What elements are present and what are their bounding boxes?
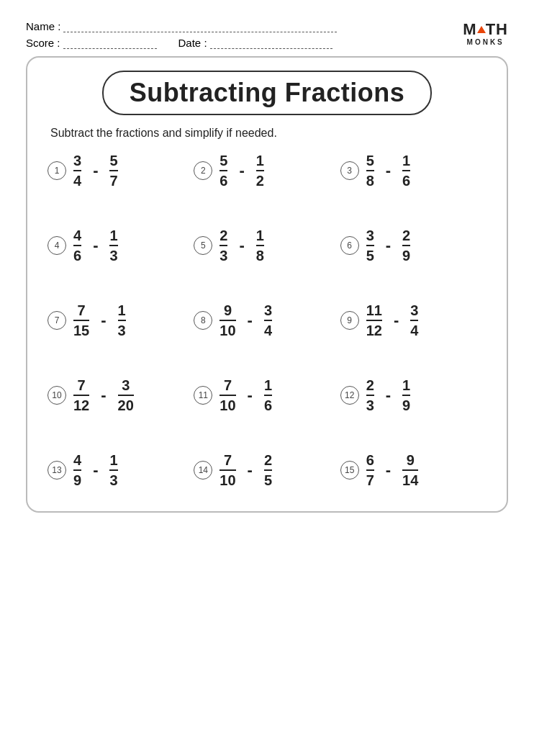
problem-number-9: 9 — [340, 311, 359, 330]
minus-sign-6: - — [386, 236, 391, 255]
denominator: 12 — [73, 397, 89, 413]
problem-6: 63 5-2 9 — [340, 228, 487, 264]
problem-number-1: 1 — [47, 161, 66, 180]
fraction-1-of-4: 4 6 — [73, 228, 81, 264]
fraction-bar — [220, 245, 227, 246]
denominator: 3 — [366, 397, 374, 413]
fraction-2-of-4: 1 3 — [109, 228, 117, 264]
date-row: Date : — [178, 37, 332, 49]
denominator: 2 — [256, 173, 264, 189]
fraction-1-of-1: 3 4 — [73, 153, 81, 189]
fraction-bar — [109, 170, 117, 171]
fraction-bar — [402, 245, 410, 246]
denominator: 5 — [264, 472, 272, 488]
fraction-bar — [73, 469, 81, 471]
denominator: 10 — [220, 472, 235, 488]
fraction-bar — [410, 320, 418, 321]
fraction-bar — [264, 469, 272, 471]
denominator: 3 — [220, 248, 227, 264]
problem-9: 911 12-3 4 — [340, 302, 487, 338]
numerator: 5 — [109, 153, 117, 168]
fraction-bar — [366, 395, 374, 396]
fraction-1-of-14: 7 10 — [220, 452, 235, 488]
problem-1: 13 4-5 7 — [47, 153, 194, 189]
title-wrapper: Subtracting Fractions — [47, 71, 487, 115]
denominator: 20 — [118, 397, 134, 413]
problem-number-3: 3 — [340, 161, 359, 180]
problem-row-2: 44 6-1 352 3-1 — [47, 228, 487, 264]
problem-11: 117 10-1 6 — [194, 377, 340, 413]
fraction-2-of-1: 5 7 — [109, 153, 117, 189]
problem-number-7: 7 — [47, 311, 66, 330]
fraction-2-of-14: 2 5 — [264, 452, 272, 488]
fraction-bar — [220, 320, 235, 321]
date-label: Date : — [178, 37, 207, 49]
fraction-bar — [402, 170, 410, 171]
problem-7: 77 15-1 3 — [47, 302, 194, 338]
minus-sign-7: - — [101, 311, 106, 330]
numerator: 7 — [224, 377, 232, 393]
fraction-bar — [366, 170, 374, 171]
fraction-bar — [220, 395, 235, 396]
numerator: 11 — [366, 302, 382, 318]
problem-number-13: 13 — [47, 461, 66, 480]
numerator: 5 — [220, 153, 227, 168]
logo: MTH MONKS — [463, 22, 508, 46]
page: Name : Score : Date : MTH MONKS — [0, 0, 534, 756]
fraction-bar — [118, 395, 134, 396]
denominator: 6 — [264, 397, 272, 413]
minus-sign-1: - — [93, 161, 98, 180]
fraction-bar — [220, 469, 235, 471]
problem-3: 35 8-1 6 — [340, 153, 487, 189]
name-row: Name : — [26, 20, 337, 32]
fraction-bar — [109, 245, 117, 246]
numerator: 1 — [402, 153, 410, 168]
minus-sign-13: - — [93, 461, 98, 480]
minus-sign-8: - — [248, 311, 253, 330]
minus-sign-11: - — [248, 386, 253, 405]
fraction-bar — [73, 395, 89, 396]
fraction-2-of-5: 1 8 — [256, 228, 264, 264]
denominator: 14 — [402, 472, 418, 488]
denominator: 15 — [73, 323, 89, 338]
header-fields: Name : Score : Date : — [26, 20, 337, 49]
denominator: 4 — [264, 323, 272, 338]
numerator: 5 — [366, 153, 374, 168]
minus-sign-10: - — [101, 386, 106, 405]
fraction-2-of-15: 9 14 — [402, 452, 418, 488]
denominator: 3 — [109, 248, 117, 264]
denominator: 5 — [366, 248, 374, 264]
numerator: 2 — [220, 228, 227, 243]
denominator: 9 — [402, 248, 410, 264]
numerator: 7 — [78, 302, 86, 318]
fraction-2-of-10: 3 20 — [118, 377, 134, 413]
numerator: 4 — [73, 228, 81, 243]
logo-monks-text: MONKS — [467, 38, 504, 46]
fraction-bar — [366, 469, 374, 471]
fraction-bar — [118, 320, 126, 321]
fraction-1-of-3: 5 8 — [366, 153, 374, 189]
fraction-1-of-5: 2 3 — [220, 228, 227, 264]
fraction-bar — [73, 320, 89, 321]
problem-number-10: 10 — [47, 386, 66, 405]
fraction-1-of-8: 9 10 — [220, 302, 235, 338]
minus-sign-15: - — [386, 461, 391, 480]
fraction-1-of-9: 11 12 — [366, 302, 382, 338]
numerator: 3 — [122, 377, 130, 393]
fraction-bar — [264, 320, 272, 321]
fraction-2-of-11: 1 6 — [264, 377, 272, 413]
instructions: Subtract the fractions and simplify if n… — [50, 127, 487, 140]
numerator: 1 — [118, 302, 126, 318]
fraction-bar — [220, 170, 227, 171]
fraction-1-of-6: 3 5 — [366, 228, 374, 264]
numerator: 1 — [264, 377, 272, 393]
denominator: 10 — [220, 397, 235, 413]
fraction-bar — [256, 170, 264, 171]
denominator: 7 — [366, 472, 374, 488]
problem-number-4: 4 — [47, 236, 66, 255]
fraction-2-of-13: 1 3 — [109, 452, 117, 488]
denominator: 6 — [220, 173, 227, 189]
denominator: 8 — [366, 173, 374, 189]
header: Name : Score : Date : MTH MONKS — [26, 20, 508, 49]
fraction-1-of-2: 5 6 — [220, 153, 227, 189]
